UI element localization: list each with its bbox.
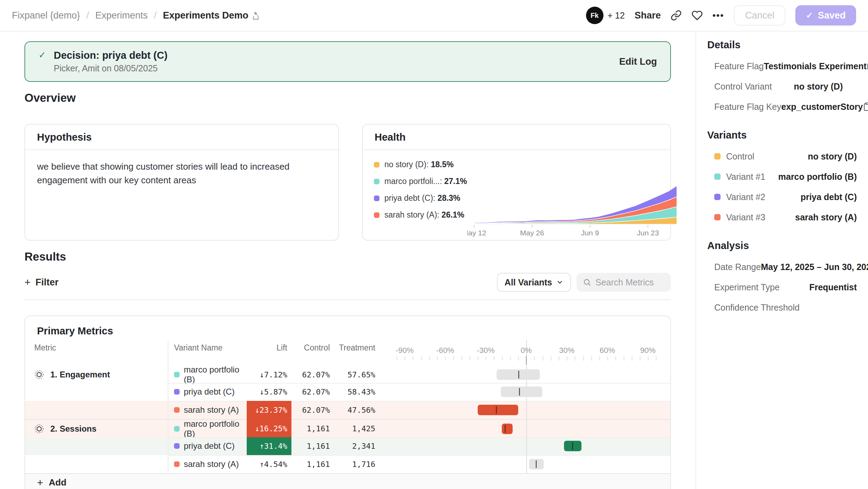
experiment-page: Fixpanel {demo} / Experiments / Experime…: [0, 0, 868, 489]
metric-row[interactable]: 2. Sessionsmarco portfolio (B)↓16.25%1,1…: [25, 419, 670, 437]
favorite-heart-icon[interactable]: [692, 10, 703, 21]
col-metric: Metric: [25, 340, 168, 365]
metric-name: 2. Sessions: [50, 424, 96, 434]
legend-item: marco portfoli...: 27.1%: [374, 177, 467, 186]
details-sidebar: Details Feature FlagTestimonials Experim…: [695, 31, 868, 489]
lift-value: ↑4.54%: [247, 455, 291, 473]
metric-row[interactable]: priya debt (C)↓5.87%62.07%58.43%: [25, 383, 670, 401]
variant-color-chip: [174, 443, 180, 449]
external-link-icon[interactable]: [867, 62, 868, 71]
avatar[interactable]: Fk: [586, 7, 603, 24]
legend-color-chip: [374, 196, 379, 201]
health-chart: May 12May 26Jun 9Jun 23: [467, 150, 685, 240]
share-button[interactable]: Share: [635, 10, 661, 21]
variant-value: priya debt (C): [801, 192, 857, 202]
check-icon: ✓: [806, 10, 813, 20]
variant-value: sarah story (A): [795, 212, 857, 222]
search-icon: [583, 278, 591, 286]
confidence-mean-tick: [505, 425, 506, 433]
control-value: 1,161: [291, 455, 332, 473]
legend-item: no story (D): 18.5%: [374, 160, 467, 169]
axis-tick-label: 30%: [559, 346, 574, 355]
control-value: 62.07%: [291, 401, 332, 419]
variant-name: priya debt (C): [184, 441, 234, 451]
plus-icon: +: [24, 276, 31, 288]
lift-value: ↑31.4%: [247, 437, 291, 455]
analysis-row: Experiment TypeFrequentist: [707, 277, 857, 297]
decision-banner: ✓ Decision: priya debt (C) Picker, Amit …: [24, 41, 671, 82]
col-variant-name: Variant Name: [168, 340, 247, 365]
control-value: 1,161: [291, 437, 332, 455]
control-value: 62.07%: [291, 383, 332, 401]
details-heading: Details: [707, 36, 857, 53]
variant-color-chip: [174, 461, 180, 467]
analysis-row: Confidence Threshold: [707, 297, 857, 318]
metric-row[interactable]: priya debt (C)↑31.4%1,1612,341: [25, 437, 670, 455]
health-legend: no story (D): 18.5%marco portfoli...: 27…: [363, 150, 467, 240]
confidence-mean-tick: [536, 460, 537, 468]
collaborators-count[interactable]: + 12: [608, 10, 625, 21]
analysis-label: Date Range: [714, 262, 761, 272]
lift-value: ↓7.12%: [247, 365, 291, 384]
treatment-value: 1,425: [332, 419, 377, 439]
detail-value: exp_customerStory: [781, 102, 863, 112]
variant-name: priya debt (C): [184, 387, 234, 397]
treatment-value: 1,716: [332, 455, 377, 473]
legend-item: priya debt (C): 28.3%: [374, 193, 467, 203]
variant-name: sarah story (A): [184, 459, 239, 469]
metric-row[interactable]: sarah story (A)↓23.37%62.07%47.56%: [25, 401, 670, 419]
analysis-value: May 12, 2025 – Jun 30, 2025: [761, 262, 868, 272]
variant-slot-label: Variant #2: [726, 192, 765, 202]
add-filter-button[interactable]: + Filter: [24, 276, 59, 288]
variant-filter-dropdown[interactable]: All Variants: [497, 273, 571, 292]
main-content: ✓ Decision: priya debt (C) Picker, Amit …: [0, 31, 695, 489]
divider: [24, 299, 671, 300]
top-bar: Fixpanel {demo} / Experiments / Experime…: [0, 0, 868, 31]
breadcrumb-project[interactable]: Fixpanel {demo}: [12, 10, 80, 21]
metrics-footer: + Add: [25, 473, 670, 489]
detail-row: Feature FlagTestimonials Experiment: [707, 56, 857, 76]
metric-row[interactable]: sarah story (A)↑4.54%1,1611,716: [25, 455, 670, 473]
variant-row: Controlno story (D): [707, 146, 857, 166]
hypothesis-body: we believe that showing customer stories…: [25, 150, 338, 197]
treatment-value: 57.65%: [332, 365, 377, 384]
treatment-value: 47.56%: [332, 401, 377, 419]
primary-metrics-title: Primary Metrics: [25, 316, 670, 340]
saved-button[interactable]: ✓ Saved: [795, 5, 856, 26]
variant-value: marco portfolio (B): [778, 172, 857, 182]
edit-log-button[interactable]: Edit Log: [619, 56, 657, 67]
metrics-rows: 1. Engagementmarco portfolio (B)↓7.12%62…: [25, 365, 670, 473]
metric-name: 1. Engagement: [50, 370, 110, 380]
variants-rows: Controlno story (D)Variant #1marco portf…: [707, 146, 857, 227]
results-heading: Results: [24, 248, 671, 265]
confidence-interval-bar: [478, 405, 518, 415]
legend-color-chip: [374, 162, 379, 168]
variant-slot-label: Variant #1: [726, 172, 765, 182]
analysis-value: Frequentist: [809, 282, 857, 292]
more-options-icon[interactable]: •••: [713, 10, 724, 21]
clipboard-icon[interactable]: [863, 102, 868, 111]
metrics-table-header: Metric Variant Name Lift Control Treatme…: [25, 340, 670, 365]
confidence-mean-tick: [496, 406, 497, 414]
metric-target-icon: [34, 424, 44, 434]
treatment-value: 58.43%: [332, 383, 377, 401]
variant-name: marco portfolio (B): [184, 419, 247, 439]
svg-text:May 12: May 12: [467, 229, 486, 237]
analysis-heading: Analysis: [707, 237, 857, 254]
breadcrumb-separator: /: [86, 10, 89, 21]
variant-slot-label: Variant #3: [726, 212, 765, 222]
analysis-label: Confidence Threshold: [714, 303, 800, 313]
metric-row[interactable]: 1. Engagementmarco portfolio (B)↓7.12%62…: [25, 365, 670, 383]
decision-subtitle: Picker, Amit on 08/05/2025: [54, 63, 168, 73]
variant-color-chip: [714, 214, 721, 220]
variants-heading: Variants: [707, 127, 857, 143]
add-metric-button[interactable]: + Add: [37, 477, 66, 489]
cancel-button[interactable]: Cancel: [734, 5, 786, 26]
control-value: 1,161: [291, 419, 332, 439]
breadcrumb-experiments[interactable]: Experiments: [95, 10, 148, 21]
detail-value: Testimonials Experiment: [764, 61, 867, 71]
variant-color-chip: [714, 153, 721, 160]
copy-link-icon[interactable]: [671, 10, 682, 21]
search-metrics-input[interactable]: [595, 277, 665, 288]
lift-value: ↓23.37%: [247, 401, 291, 419]
